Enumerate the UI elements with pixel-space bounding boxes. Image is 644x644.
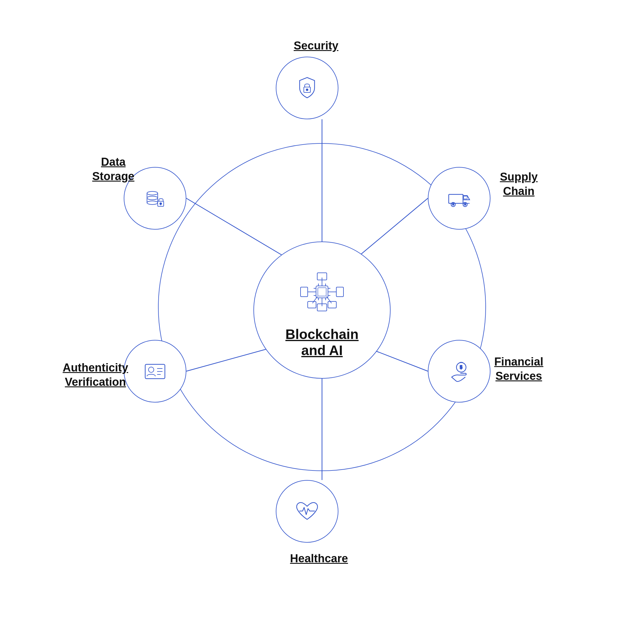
svg-rect-29 bbox=[308, 301, 316, 308]
svg-point-48 bbox=[147, 191, 158, 195]
center-label-line2: and AI bbox=[285, 342, 358, 358]
diagram-container: Blockchain and AI Security bbox=[83, 39, 561, 605]
svg-rect-25 bbox=[336, 287, 343, 297]
center-label-line1: Blockchain bbox=[285, 326, 358, 342]
supply-chain-icon bbox=[446, 185, 473, 212]
node-healthcare bbox=[276, 480, 338, 543]
financial-icon: $ bbox=[446, 358, 473, 385]
data-storage-icon bbox=[142, 185, 168, 212]
blockchain-ai-icon bbox=[292, 262, 352, 322]
node-security bbox=[276, 57, 338, 119]
authenticity-icon bbox=[142, 358, 168, 385]
security-icon bbox=[294, 75, 321, 101]
svg-point-44 bbox=[148, 367, 154, 372]
node-supply bbox=[428, 167, 490, 230]
center-circle: Blockchain and AI bbox=[253, 241, 391, 379]
svg-point-37 bbox=[453, 204, 454, 205]
data-storage-label: Data Storage bbox=[81, 155, 146, 183]
authenticity-label: Authenticity Verification bbox=[57, 361, 134, 389]
svg-point-39 bbox=[465, 204, 466, 205]
svg-line-28 bbox=[312, 296, 318, 303]
svg-rect-35 bbox=[464, 196, 467, 199]
supply-label: Supply Chain bbox=[486, 170, 552, 198]
svg-point-33 bbox=[306, 89, 308, 91]
svg-point-54 bbox=[147, 201, 158, 205]
svg-rect-27 bbox=[301, 287, 308, 297]
healthcare-label: Healthcare bbox=[286, 552, 352, 566]
svg-rect-31 bbox=[328, 301, 336, 308]
svg-rect-7 bbox=[318, 288, 326, 296]
node-financial: $ bbox=[428, 340, 490, 403]
healthcare-icon bbox=[294, 498, 321, 525]
svg-point-56 bbox=[160, 203, 162, 205]
security-label: Security bbox=[286, 39, 346, 53]
financial-label: Financial Services bbox=[486, 355, 552, 383]
svg-text:$: $ bbox=[460, 365, 462, 370]
svg-point-51 bbox=[147, 196, 158, 200]
svg-line-30 bbox=[326, 296, 332, 303]
svg-rect-34 bbox=[449, 194, 463, 203]
